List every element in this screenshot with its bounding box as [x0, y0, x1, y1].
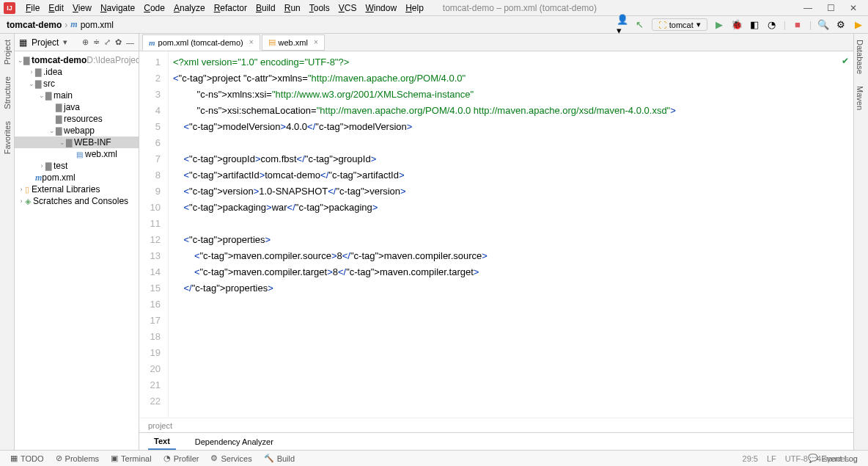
folder-icon: ▇	[56, 114, 62, 124]
close-tab-icon[interactable]: ×	[249, 38, 254, 46]
tree-node[interactable]: ⌄▇WEB-INF	[15, 136, 139, 148]
tool-window-terminal[interactable]: ▣Terminal	[105, 454, 158, 463]
editor-breadcrumb[interactable]: project	[139, 418, 853, 432]
tree-node[interactable]: ▇java	[15, 101, 139, 113]
ide-features-icon[interactable]: ▶	[853, 19, 864, 31]
tree-node[interactable]: ⌄▇src	[15, 78, 139, 90]
menu-code[interactable]: Code	[139, 3, 169, 13]
editor-bottom-tabs: TextDependency Analyzer	[139, 432, 853, 450]
menu-window[interactable]: Window	[361, 3, 401, 13]
project-panel-title[interactable]: Project	[32, 37, 59, 48]
tool-icon: ⚙	[210, 454, 218, 463]
tree-label: tomcat-demo	[32, 55, 87, 65]
expand-toggle[interactable]: ›	[28, 68, 35, 76]
xml-icon: ▤	[268, 37, 276, 47]
breadcrumb-project[interactable]: tomcat-demo	[7, 20, 62, 30]
tree-node[interactable]: ▇resources	[15, 113, 139, 125]
minimize-icon[interactable]: —	[803, 3, 812, 13]
folder-icon: ▇	[23, 56, 29, 65]
breadcrumb-file[interactable]: pom.xml	[81, 20, 114, 30]
tree-node[interactable]: ›▇.idea	[15, 66, 139, 78]
tree-suffix: D:\IdeaProjects\	[87, 55, 139, 65]
project-tree[interactable]: ⌄▇tomcat-demo D:\IdeaProjects\›▇.idea⌄▇s…	[15, 51, 139, 450]
add-config-icon[interactable]: 👤▾	[617, 19, 628, 31]
menu-tools[interactable]: Tools	[305, 3, 334, 13]
tree-node[interactable]: ›▯External Libraries	[15, 183, 139, 195]
tool-icon: ◔	[163, 454, 171, 463]
select-file-icon[interactable]: ⊕	[82, 37, 89, 47]
menu-edit[interactable]: Edit	[44, 3, 68, 13]
tree-node[interactable]: ⌄▇webapp	[15, 125, 139, 136]
inspection-ok-icon: ✔	[842, 56, 849, 66]
run-icon[interactable]: ▶	[713, 19, 725, 31]
expand-toggle[interactable]: ⌄	[48, 127, 56, 134]
tree-node[interactable]: m pom.xml	[15, 172, 139, 183]
tool-tab-project[interactable]: Project	[1, 34, 13, 70]
editor-bottom-tab[interactable]: Dependency Analyzer	[189, 434, 279, 449]
tree-label: WEB-INF	[74, 137, 111, 148]
tree-node[interactable]: ⌄▇main	[15, 90, 139, 101]
tool-window-build[interactable]: 🔨Build	[258, 454, 301, 463]
tool-icon: ⊘	[56, 454, 62, 463]
settings-icon[interactable]: ⚙	[835, 19, 847, 31]
caret-position[interactable]: 29:5	[743, 454, 758, 463]
expand-toggle[interactable]: ⌄	[38, 92, 45, 99]
folder-icon: ▇	[66, 138, 72, 148]
tool-window-services[interactable]: ⚙Services	[205, 454, 257, 463]
tool-tab-favorites[interactable]: Favorites	[1, 115, 13, 160]
menu-analyze[interactable]: Analyze	[169, 3, 210, 13]
tool-tab-maven[interactable]: Maven	[854, 80, 866, 116]
search-icon[interactable]: 🔍	[817, 19, 829, 31]
build-icon[interactable]: ↖	[634, 19, 646, 31]
expand-toggle[interactable]: ›	[38, 162, 45, 170]
run-config-selector[interactable]: ⛶ tomcat ▾	[652, 18, 707, 31]
tree-node[interactable]: ▤web.xml	[15, 148, 139, 160]
close-tab-icon[interactable]: ×	[314, 38, 318, 46]
editor-tab[interactable]: mpom.xml (tomcat-demo)×	[142, 34, 260, 51]
tree-node[interactable]: ›◈Scratches and Consoles	[15, 195, 139, 207]
collapse-icon[interactable]: ⤢	[104, 37, 111, 47]
tool-window-todo[interactable]: ▦TODO	[4, 454, 50, 463]
tree-node[interactable]: ›▇test	[15, 160, 139, 172]
expand-toggle[interactable]: ⌄	[59, 139, 66, 146]
expand-toggle[interactable]: ⌄	[18, 57, 23, 64]
close-icon[interactable]: ✕	[850, 3, 857, 13]
chevron-down-icon[interactable]: ▾	[63, 37, 67, 47]
menu-refactor[interactable]: Refactor	[210, 3, 251, 13]
menu-run[interactable]: Run	[280, 3, 305, 13]
tool-tab-database[interactable]: Database	[854, 34, 866, 80]
line-separator[interactable]: LF	[767, 454, 776, 463]
tree-label: Scratches and Consoles	[33, 196, 128, 206]
code-editor[interactable]: ✔ <?xml version="1.0" encoding="UTF-8"?>…	[169, 51, 853, 418]
status-bar: ▦TODO⊘Problems▣Terminal◔Profiler⚙Service…	[0, 450, 868, 466]
editor-bottom-tab[interactable]: Text	[148, 434, 176, 450]
profile-icon[interactable]: ◔	[766, 19, 778, 31]
expand-icon[interactable]: ≑	[93, 37, 100, 47]
expand-toggle[interactable]: ›	[18, 186, 25, 193]
expand-toggle[interactable]: ›	[18, 197, 25, 205]
tool-tab-structure[interactable]: Structure	[1, 70, 13, 115]
menu-build[interactable]: Build	[251, 3, 280, 13]
menubar: IJ FileEditViewNavigateCodeAnalyzeRefact…	[0, 0, 868, 16]
editor-tab[interactable]: ▤web.xml×	[262, 34, 325, 51]
coverage-icon[interactable]: ◧	[749, 19, 760, 31]
tree-node[interactable]: ⌄▇tomcat-demo D:\IdeaProjects\	[15, 54, 139, 66]
tool-window-profiler[interactable]: ◔Profiler	[158, 454, 205, 463]
menu-help[interactable]: Help	[401, 3, 428, 13]
maximize-icon[interactable]: ☐	[827, 3, 835, 13]
menu-navigate[interactable]: Navigate	[96, 3, 139, 13]
tree-label: .idea	[43, 67, 62, 77]
stop-icon[interactable]: ■	[792, 19, 803, 31]
expand-toggle[interactable]: ⌄	[28, 80, 35, 87]
menu-file[interactable]: File	[21, 3, 44, 13]
hide-icon[interactable]: —	[126, 38, 134, 47]
tool-window-problems[interactable]: ⊘Problems	[50, 454, 105, 463]
menu-vcs[interactable]: VCS	[334, 3, 361, 13]
file-encoding[interactable]: UTF-8	[785, 454, 808, 463]
indent-info[interactable]: 4 spaces	[817, 454, 849, 463]
chevron-down-icon: ▾	[696, 20, 701, 29]
tree-label: resources	[64, 114, 103, 124]
menu-view[interactable]: View	[68, 3, 96, 13]
settings-icon[interactable]: ✿	[115, 37, 122, 47]
debug-icon[interactable]: 🐞	[731, 19, 743, 31]
